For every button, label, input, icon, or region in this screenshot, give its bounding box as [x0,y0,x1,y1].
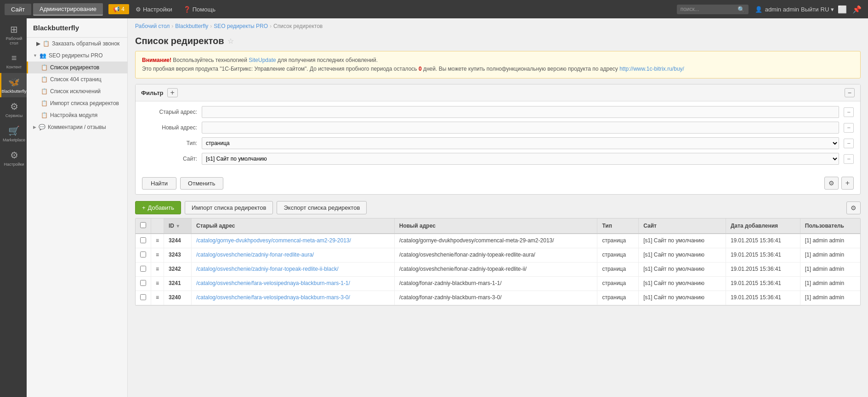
breadcrumb-bb[interactable]: Blackbutterfly [175,23,208,29]
breadcrumb-desktop[interactable]: Рабочий стол [135,23,170,29]
content-sidebar: Blackbutterfly ▶ 📋 Заказать обратный зво… [27,18,128,397]
row-drag-handle[interactable]: ≡ [151,277,164,291]
filter-select-site[interactable]: [s1] Сайт по умолчанию [202,153,839,165]
filter-remove-site[interactable]: − [844,154,854,164]
sidebar-item-content[interactable]: ≡ Контент [0,49,27,73]
filter-add-col-button[interactable]: + [841,177,854,190]
th-date: Дата добавления [726,218,800,234]
th-id[interactable]: ID ▼ [164,218,192,234]
row-checkbox-1[interactable] [140,252,146,257]
find-button[interactable]: Найти [142,177,176,190]
row-checkbox-cell [136,263,151,277]
filter-add-button[interactable]: + [167,88,178,97]
filter-settings-button[interactable]: ⚙ [824,177,839,190]
sidebar-item-blackbutterfly[interactable]: 🦋 Blackbutterfly [0,73,27,97]
th-old-url: Старый адрес [192,218,395,234]
sidebar-item-seo-redirects[interactable]: ▼ 👥 SEO редиректы PRO [27,50,127,62]
add-icon: + [142,204,146,211]
row-new-url-1: /catalog/osveshchenie/fonar-zadniy-topea… [394,248,597,263]
site-button[interactable]: Сайт [5,4,31,15]
table-toolbar-right: ⚙ [846,201,861,214]
row-date-4: 19.01.2015 15:36:41 [726,291,800,305]
row-drag-handle[interactable]: ≡ [151,263,164,277]
sidebar-item-exceptions[interactable]: 📋 Список исключений [27,85,127,97]
admin-button[interactable]: Администрирование [33,3,103,16]
pin-button[interactable]: 📌 [851,5,863,14]
warning-text2: для получения последних обновлений. [278,57,378,63]
help-nav-button[interactable]: ❓ Помощь [179,4,220,15]
import-button[interactable]: Импорт списка редиректов [185,201,273,214]
search-input[interactable] [681,6,736,12]
warning-note2: дней. Вы можете купить полнофункциональн… [423,66,619,72]
row-type-1: страница [597,248,639,263]
row-id-2: 3242 [164,263,192,277]
filter-remove-old-url[interactable]: − [844,107,854,117]
row-type-4: страница [597,291,639,305]
sidebar-item-services[interactable]: ⚙ Сервисы [0,97,27,122]
redirects-table: ID ▼ Старый адрес Новый адрес Тип Сайт Д… [136,218,860,305]
search-icon: 🔍 [738,6,745,13]
row-drag-handle[interactable]: ≡ [151,291,164,305]
callback-icon: 📋 [43,40,50,47]
list-404-label: Список 404 страниц [50,76,102,83]
settings-sidebar-icon: ⚙ [10,150,18,161]
left-sidebar: ⊞ Рабочий стол ≡ Контент 🦋 Blackbutterfl… [0,18,27,397]
sidebar-label-content: Контент [6,65,22,69]
blackbutterfly-icon: 🦋 [8,77,20,88]
top-header: Сайт Администрирование 📢 4 ⚙ Настройки ❓… [0,0,868,18]
sort-arrow-icon: ▼ [176,224,180,229]
filter-remove-type[interactable]: − [844,139,854,148]
filter-remove-new-url[interactable]: − [844,123,854,133]
column-settings-button[interactable]: ⚙ [846,201,861,214]
sidebar-item-redirect-list[interactable]: 📋 Список редиректов [27,62,127,73]
sidebar-label-services: Сервисы [6,113,23,118]
row-type-0: страница [597,234,639,248]
sidebar-item-import[interactable]: 📋 Импорт списка редиректов [27,97,127,109]
notification-button[interactable]: 📢 4 [108,4,129,14]
settings-nav-button[interactable]: ⚙ Настройки [131,4,177,15]
row-drag-handle[interactable]: ≡ [151,248,164,263]
row-checkbox-3[interactable] [140,280,146,286]
filter-body: Старый адрес: − Новый адрес: − Тип: стра… [136,101,860,173]
sidebar-item-marketplace[interactable]: 🛒 Marketplace [0,122,27,146]
sidebar-item-settings[interactable]: ⚙ Настройки [0,146,27,170]
export-button[interactable]: Экспорт списка редиректов [277,201,367,214]
row-drag-handle[interactable]: ≡ [151,234,164,248]
services-icon: ⚙ [10,101,18,112]
sidebar-item-comments[interactable]: ▶ 💬 Комментарии / отзывы [27,121,127,133]
row-site-4: [s1] Сайт по умолчанию [639,291,726,305]
sidebar-item-dashboard[interactable]: ⊞ Рабочий стол [0,20,27,49]
select-all-checkbox[interactable] [140,222,146,228]
help-icon: ❓ [183,6,191,13]
filter-input-new-url[interactable] [202,122,839,134]
row-checkbox-4[interactable] [140,294,146,300]
table-row: ≡ 3240 /catalog/osveshchenie/fara-velosi… [136,291,860,305]
sidebar-item-callback[interactable]: ▶ 📋 Заказать обратный звонок [27,38,127,50]
breadcrumb: Рабочий стол › Blackbutterfly › SEO реди… [128,18,868,34]
filter-input-old-url[interactable] [202,106,839,118]
help-nav-label: Помощь [193,6,216,13]
th-new-url: Новый адрес [394,218,597,234]
row-checkbox-0[interactable] [140,237,146,243]
sidebar-item-list-404[interactable]: 📋 Список 404 страниц [27,73,127,85]
siteupdate-link[interactable]: SiteUpdate [249,57,276,63]
sidebar-item-module-settings[interactable]: 📋 Настройка модуля [27,109,127,121]
settings-nav-label: Настройки [143,6,172,13]
logout-button[interactable]: Выйти [801,6,819,13]
filter-minimize-button[interactable]: − [845,88,855,97]
lang-button[interactable]: RU ▾ [821,6,834,13]
row-new-url-2: /catalog/osveshchenie/fonar-zadniy-topea… [394,263,597,277]
buy-link[interactable]: http://www.1c-bitrix.ru/buy/ [619,66,684,72]
cancel-button[interactable]: Отменить [180,177,223,190]
favorite-icon[interactable]: ☆ [227,37,234,45]
filter-select-type[interactable]: страница раздел [202,137,839,149]
breadcrumb-seo[interactable]: SEO редиректы PRO [214,23,268,29]
sidebar-label-marketplace: Marketplace [3,138,25,142]
row-id-1: 3243 [164,248,192,263]
th-type: Тип [597,218,639,234]
window-button[interactable]: ⬜ [836,5,849,14]
row-checkbox-2[interactable] [140,266,146,272]
add-redirect-button[interactable]: + Добавить [135,201,181,214]
search-box: 🔍 [677,5,749,14]
table-row: ≡ 3242 /catalog/osveshchenie/zadniy-fona… [136,263,860,277]
